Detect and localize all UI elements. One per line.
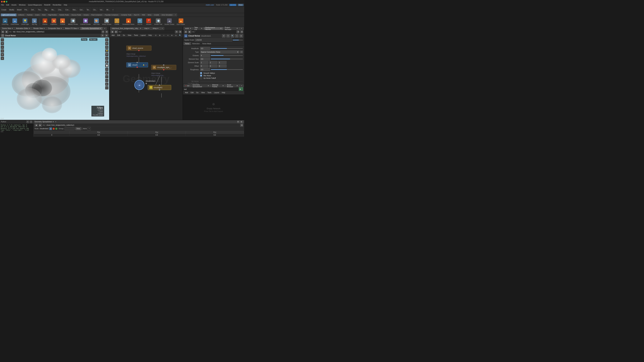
spatial-scale-value[interactable]: 1.01215 [195,38,232,41]
col-pz[interactable]: P[z] [186,131,244,134]
console-settings[interactable]: ⊹ [30,120,32,123]
tab-animation-editor[interactable]: Animation Editor ✕ [14,27,32,30]
shelf-lights-cameras[interactable]: Lights and Cameras [1,13,16,16]
shelf-tab-def[interactable]: Def... [30,7,37,13]
menu-user[interactable]: varomix [229,4,236,6]
param-octaves-value[interactable]: 4 [200,54,210,57]
shelf-container-tools[interactable]: Container Tools [120,13,132,16]
right-tab-add[interactable]: + [240,27,244,30]
right-tab-noise[interactable]: Noise [184,42,191,45]
vp-left-transform[interactable]: ⊞ [1,53,4,56]
effect-smoke-trail[interactable]: 💨 Smoke Trail [153,18,163,26]
output-tab-material-close[interactable]: ✕ [222,85,224,87]
cb-smooth-valleys[interactable]: ✓ [200,72,202,74]
right-tab-noise-mask[interactable]: Noise Mask [201,42,212,45]
right-tab-perf-monitor[interactable]: Performance Monitor ✕ [204,27,223,30]
viewport-maximize[interactable]: ⊞ [105,34,108,37]
menu-help[interactable]: Help [63,4,68,6]
ng-add[interactable]: Add [110,34,116,36]
right-tab-take-list[interactable]: Take List ✕ [193,27,204,30]
vp-tool-select[interactable]: ⊕ [105,38,108,41]
vp-tool-cam[interactable]: 📷 [105,45,108,49]
shelf-tab-gol[interactable]: Gol... [78,7,85,13]
tab-render-view-close[interactable]: ✕ [44,27,45,29]
param-roughness-slider[interactable] [211,69,243,70]
spreadsheet-tab-close[interactable]: ✕ [52,121,54,123]
maximize-button[interactable] [6,1,8,2]
shelf-tab-clo[interactable]: Clo... [92,7,98,13]
tab-scene-view-close[interactable]: ✕ [12,27,13,29]
shelf-tab-modify[interactable]: Modify [8,7,16,13]
shelf-tab-create[interactable]: Create [0,7,8,13]
param-offset-y[interactable]: 0 [209,64,218,67]
menu-main[interactable]: Main [238,4,244,6]
center-nav-fwd[interactable]: ▶ [114,30,118,33]
shelf-wires[interactable]: Wires [146,13,152,16]
effect-cloud-noise[interactable]: ☁ Cloud Noise [10,18,20,26]
col-px[interactable]: P[x] [70,131,128,134]
center-options[interactable]: ⚙ [175,30,178,33]
spreadsheet-tab-add[interactable]: + [55,121,56,123]
spatial-scale-slider[interactable] [233,40,243,40]
vp-tool-render[interactable]: ▶ [105,60,108,64]
param-element-size-value[interactable]: 0.6 [200,57,210,60]
effect-add-color[interactable]: 🎨 Add Color [92,18,101,26]
param-type-value[interactable]: Sparse Convolution Noise ▼ [200,50,240,53]
center-mat-tab[interactable]: /mat ✕ [143,27,151,30]
menu-site[interactable]: mixtrn.com [205,4,214,6]
vp-left-rotate[interactable]: ↻ [1,45,4,49]
right-tab-autol-close[interactable]: ✕ [190,27,191,29]
out-tools[interactable]: Tools [206,91,212,94]
right-tab-take-list-close[interactable]: ✕ [201,27,202,29]
effect-candle[interactable]: 🕯 Candle [113,18,121,26]
shelf-fem[interactable]: FEM [141,13,146,16]
param-up-vector-slider[interactable] [200,81,243,82]
param-up-vector-max-slider[interactable] [200,83,243,84]
ng-view-icon-6[interactable]: ◎ [174,34,178,37]
param-amplitude-slider[interactable] [211,48,243,49]
out-layout[interactable]: Layout [213,91,220,94]
vp-tool-minimize[interactable]: ◻ [105,86,108,89]
effect-sky-rig[interactable]: 🌤 Sky Rig [30,18,38,26]
menu-quixel[interactable]: Quixel Megascans [28,4,42,6]
tab-geometry-spreadsheet-close[interactable]: ✕ [100,27,101,29]
ng-view-icon-7[interactable]: 🔍 [178,34,182,37]
effect-pyro-cluster[interactable]: 🔥 Pyro Cluster [176,18,186,26]
center-nav-back[interactable]: ◀ [110,30,114,33]
param-offset-x[interactable]: 0 [200,64,208,67]
vp-left-move[interactable]: ✛ [1,42,4,45]
right-expand[interactable]: ⊞ [240,30,243,33]
shelf-tab-mat[interactable]: Mat... [71,7,78,13]
center-shop-close[interactable]: ✕ [157,27,158,29]
right-tab-autol[interactable]: autoL ✕ [184,27,193,30]
effect-fireball[interactable]: 🔥 Fireball [58,18,67,26]
path-options[interactable]: ⚙ [102,30,104,33]
ss-nav-fwd[interactable]: ▶ [38,124,42,127]
ng-view-icon-5[interactable]: ⊕ [170,34,174,37]
col-py[interactable]: P[y] [128,131,186,134]
node-graph-canvas[interactable]: Geometry [110,37,183,120]
close-button[interactable] [1,1,3,2]
shelf-fluid-containers[interactable]: Fluid Containers [90,13,104,16]
shelf-viscous-fluids[interactable]: Viscous Fluids [70,13,82,16]
output-tab-add[interactable]: + [240,84,244,87]
shelf-add-second[interactable]: + [174,13,177,16]
effect-billowy-smoke[interactable]: 💨 Billowy Smoke [67,18,79,26]
console-content[interactable]: Python 2.7.15 (default, Apr 8 GCC 6.3.1 … [0,123,33,137]
effect-colored-smoke[interactable]: 💨 Colored Smoke [79,18,92,26]
output-canvas[interactable]: ⊕ Empty Network Press Tab to Add Outputs [183,94,244,120]
right-tab-proj-manager[interactable]: Project Manager ✕ [223,27,239,30]
ng-view[interactable]: View [127,34,132,36]
ng-view-icon-1[interactable]: ⊡ [154,34,158,37]
params-search[interactable]: 🔍 [231,34,234,37]
node-cloud-source[interactable]: ⊕ cloud_source [126,45,152,51]
shelf-particle-fluids[interactable]: Particle Fluids [58,13,70,16]
vp-tool-snap[interactable]: ⊡ [105,57,108,60]
vp-tool-wire[interactable]: ⊹ [105,75,108,78]
output-tab-geom-close[interactable]: ✕ [208,85,209,87]
param-amplitude-value[interactable]: 0.5 [200,47,210,50]
path-expand[interactable]: ⊞ [105,30,108,33]
right-tab-perf-monitor-close[interactable]: ✕ [220,27,222,29]
shelf-tab-pol[interactable]: Pol... [23,7,30,13]
ng-layout[interactable]: Layout [140,34,146,36]
